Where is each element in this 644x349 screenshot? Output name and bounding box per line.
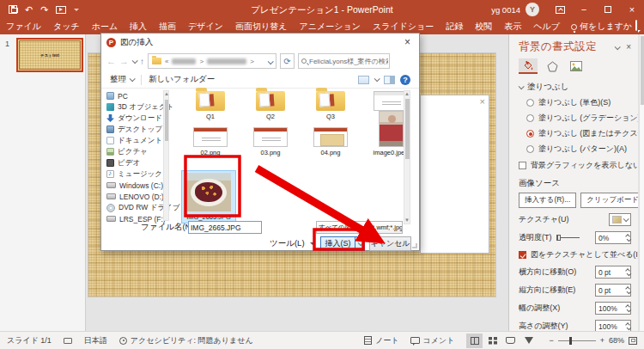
dialog-resize-grip[interactable] — [412, 243, 417, 248]
minimize-button[interactable]: − — [572, 0, 596, 19]
fit-to-window-icon[interactable] — [629, 337, 637, 345]
restore-button[interactable] — [596, 0, 620, 19]
zoom-in-button[interactable]: + — [600, 336, 605, 345]
file-item-selected[interactable]: IMG_2665.JPG — [182, 171, 235, 223]
nav-item-desktop[interactable]: デスクトップ — [106, 124, 161, 135]
tab-draw[interactable]: 描画 — [153, 21, 182, 33]
zoom-slider[interactable] — [558, 340, 596, 341]
transparency-spinner[interactable]: 0% — [595, 231, 631, 244]
insert-button[interactable]: 挿入(S) — [320, 236, 355, 251]
file-item-folder[interactable]: Q1 — [184, 89, 237, 120]
comments-icon[interactable] — [635, 20, 637, 31]
nav-item-pictures[interactable]: ピクチャ — [106, 146, 161, 157]
insert-split-dropdown-icon[interactable] — [355, 236, 365, 251]
tab-home[interactable]: ホーム — [86, 21, 124, 33]
tab-file[interactable]: ファイル — [0, 21, 47, 33]
view-dropdown-icon[interactable] — [374, 76, 380, 82]
dialog-close-icon[interactable]: × — [401, 36, 414, 48]
slideshow-view-button[interactable] — [520, 334, 537, 348]
slide-thumbnail[interactable]: テストtext — [16, 38, 83, 72]
avatar[interactable]: Y — [526, 3, 539, 16]
normal-view-button[interactable] — [466, 334, 483, 348]
radio-fill-gradient[interactable]: 塗りつぶし (グラデーション)(G) — [526, 113, 631, 124]
nav-item-lenovo-d[interactable]: LENOVO (D:) — [106, 191, 161, 202]
tab-design[interactable]: デザイン — [182, 21, 229, 33]
new-folder-button[interactable]: 新しいフォルダー — [149, 74, 215, 85]
radio-fill-pattern[interactable]: 塗りつぶし (パターン)(A) — [526, 144, 631, 155]
texture-dropdown[interactable] — [609, 213, 631, 226]
tab-touch[interactable]: タッチ — [47, 21, 86, 33]
clipboard-button[interactable]: クリップボード(C) — [580, 193, 638, 208]
folder-tree-scrollbar[interactable]: ▲ — [163, 90, 169, 221]
language-indicator[interactable]: 日本語 — [84, 335, 107, 346]
tab-insert[interactable]: 挿入 — [124, 21, 153, 33]
up-icon[interactable]: ↑ — [140, 57, 144, 66]
change-view-icon[interactable] — [358, 76, 369, 84]
radio-fill-picture-texture[interactable]: 塗りつぶし (図またはテクスチャ)(P) — [526, 128, 631, 139]
picture-tab[interactable] — [567, 58, 586, 74]
tab-review[interactable]: 校閲 — [469, 21, 498, 33]
forward-icon[interactable]: → — [119, 57, 129, 66]
help-icon[interactable]: ? — [400, 75, 410, 85]
content-placeholder[interactable]: × — [420, 95, 489, 254]
organize-button[interactable]: 整理 — [110, 74, 134, 85]
file-name-input[interactable] — [188, 221, 262, 234]
nav-item-dvd-drive[interactable]: DVD RW ドライブ — [106, 202, 161, 213]
offset-x-spinner[interactable]: 0 pt — [595, 266, 631, 279]
insert-picture-button[interactable]: 挿入する(R)... — [519, 193, 576, 208]
accessibility-status[interactable]: アクセシビリティ: 問題ありません — [119, 335, 253, 346]
hide-background-checkbox[interactable]: 背景グラフィックを表示しない(H) — [519, 160, 631, 171]
slide-sorter-view-button[interactable] — [484, 334, 501, 348]
close-button[interactable]: × — [620, 0, 644, 19]
preview-pane-icon[interactable] — [384, 76, 395, 84]
file-item-image[interactable]: 03.png — [244, 125, 297, 156]
file-item-folder[interactable]: Q2 — [244, 89, 297, 120]
start-slideshow-icon[interactable] — [56, 6, 66, 14]
nav-item-3d-objects[interactable]: 3D オブジェクト — [106, 101, 161, 113]
offset-y-spinner[interactable]: 0 pt — [595, 284, 631, 297]
zoom-level[interactable]: 68% — [609, 336, 624, 345]
cancel-button[interactable]: キャンセル — [369, 236, 411, 251]
tab-transitions[interactable]: 画面切り替え — [229, 21, 293, 33]
refresh-icon[interactable]: ⟳ — [280, 53, 295, 69]
nav-item-downloads[interactable]: ダウンロード — [106, 113, 161, 124]
file-item-image[interactable]: 02.png — [184, 125, 237, 156]
fill-tab[interactable] — [519, 58, 538, 74]
panel-scrollbar[interactable] — [639, 34, 644, 331]
nav-item-videos[interactable]: ビデオ — [106, 157, 161, 168]
file-list-scrollbar[interactable]: ▲▼ — [404, 90, 410, 224]
tell-me-box[interactable]: 何をしますか — [566, 21, 637, 33]
comments-button[interactable]: コメント — [410, 335, 455, 346]
tab-view[interactable]: 表示 — [498, 21, 527, 33]
file-item-folder[interactable]: Q3 — [304, 89, 357, 120]
nav-item-pc[interactable]: PC — [106, 90, 161, 101]
placeholder-close-icon[interactable]: × — [480, 96, 485, 107]
reading-view-button[interactable] — [502, 334, 519, 348]
file-item-image[interactable]: 04.png — [304, 125, 357, 156]
notes-button[interactable]: ノート — [364, 335, 398, 346]
panel-close-icon[interactable]: × — [626, 42, 631, 52]
tab-help[interactable]: ヘルプ — [527, 21, 566, 33]
panel-options-chevron-icon[interactable] — [615, 42, 619, 52]
nav-item-windows-c[interactable]: Windows (C:) — [106, 180, 161, 191]
radio-fill-solid[interactable]: 塗りつぶし (単色)(S) — [526, 97, 631, 108]
save-icon[interactable] — [9, 5, 17, 14]
nav-item-music[interactable]: ミュージック — [106, 168, 161, 180]
tools-dropdown[interactable]: ツール(L) — [270, 238, 315, 249]
search-input[interactable] — [309, 58, 388, 65]
nav-item-documents[interactable]: ドキュメント — [106, 135, 161, 146]
breadcrumb[interactable]: « > > — [148, 53, 276, 69]
dialog-title-bar[interactable]: P 図の挿入 × — [101, 34, 419, 51]
back-icon[interactable]: ← — [106, 57, 116, 66]
address-dropdown-icon[interactable] — [268, 58, 274, 64]
redo-icon[interactable]: ↷ — [40, 5, 48, 15]
search-box[interactable] — [298, 53, 390, 69]
tab-slideshow[interactable]: スライドショー — [367, 21, 440, 33]
file-type-dropdown[interactable]: すべての図 (*.emf;*.wmf;*.jpg;*.j — [316, 221, 403, 234]
recent-locations-icon[interactable] — [132, 58, 138, 64]
user-name[interactable]: yg 0014 — [491, 5, 520, 15]
ribbon-display-options-button[interactable] — [548, 0, 572, 19]
fill-section-header[interactable]: 塗りつぶし — [519, 82, 631, 93]
effects-tab[interactable] — [543, 58, 562, 74]
tab-animations[interactable]: アニメーション — [294, 21, 367, 33]
